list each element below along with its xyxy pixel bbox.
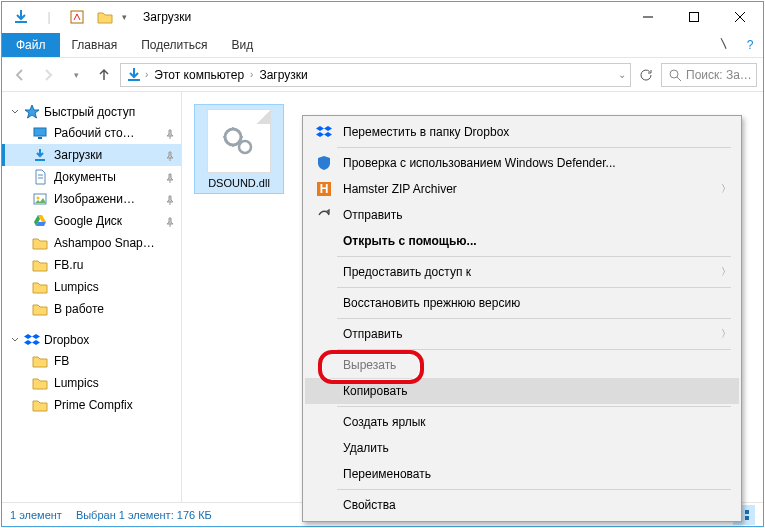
- minimize-button[interactable]: [625, 2, 671, 32]
- file-tab[interactable]: Файл: [2, 33, 60, 57]
- menu-item[interactable]: Отправить〉: [305, 321, 739, 347]
- menu-item[interactable]: HHamster ZIP Archiver〉: [305, 176, 739, 202]
- breadcrumb-segment[interactable]: Загрузки: [255, 68, 311, 82]
- sidebar-item-label: Ashampoo Snap…: [54, 236, 177, 250]
- menu-separator: [337, 287, 731, 288]
- share-icon: [313, 207, 335, 223]
- context-menu: Переместить в папку DropboxПроверка с ис…: [302, 115, 742, 522]
- folder-icon: [32, 235, 48, 251]
- sidebar-item-documents[interactable]: Документы: [2, 166, 181, 188]
- help-icon[interactable]: ?: [737, 38, 763, 52]
- titlebar: | ▾ Загрузки: [2, 2, 763, 32]
- qat-dropdown-icon[interactable]: ▾: [122, 12, 127, 22]
- pin-icon: [165, 150, 175, 160]
- svg-point-14: [225, 129, 241, 145]
- sidebar-item-downloads[interactable]: Загрузки: [2, 144, 181, 166]
- tab-home[interactable]: Главная: [60, 33, 130, 57]
- menu-separator: [337, 318, 731, 319]
- svg-rect-7: [34, 128, 46, 136]
- file-name: DSOUND.dll: [199, 177, 279, 189]
- sidebar-item-folder[interactable]: В работе: [2, 298, 181, 320]
- menu-item[interactable]: Создать ярлык: [305, 409, 739, 435]
- sidebar-item-folder[interactable]: Lumpics: [2, 276, 181, 298]
- menu-item[interactable]: Переименовать: [305, 461, 739, 487]
- menu-item[interactable]: Отправить: [305, 202, 739, 228]
- svg-text:H: H: [320, 182, 329, 196]
- svg-rect-28: [745, 516, 749, 520]
- sidebar-item-folder[interactable]: Ashampoo Snap…: [2, 232, 181, 254]
- refresh-button[interactable]: [635, 64, 657, 86]
- breadcrumb-segment[interactable]: Этот компьютер: [150, 68, 248, 82]
- search-input[interactable]: Поиск: За…: [661, 63, 757, 87]
- folder-qat-icon[interactable]: [94, 6, 116, 28]
- explorer-window: | ▾ Загрузки Файл Главная Поделиться Вид…: [1, 1, 764, 527]
- quick-access-header[interactable]: Быстрый доступ: [2, 102, 181, 122]
- pin-icon: [165, 216, 175, 226]
- menu-item[interactable]: Удалить: [305, 435, 739, 461]
- close-button[interactable]: [717, 2, 763, 32]
- address-bar[interactable]: › Этот компьютер › Загрузки ⌄: [120, 63, 631, 87]
- svg-rect-3: [690, 13, 699, 22]
- forward-button[interactable]: [36, 63, 60, 87]
- dropbox-icon: [24, 332, 40, 348]
- dropbox-header[interactable]: Dropbox: [2, 330, 181, 350]
- menu-item[interactable]: Открыть с помощью...: [305, 228, 739, 254]
- menu-item[interactable]: Восстановить прежнюю версию: [305, 290, 739, 316]
- menu-item[interactable]: Вырезать: [305, 352, 739, 378]
- recent-dropdown[interactable]: ▾: [64, 63, 88, 87]
- menu-item-label: Предоставить доступ к: [335, 265, 721, 279]
- chevron-right-icon: 〉: [721, 182, 731, 196]
- documents-icon: [32, 169, 48, 185]
- svg-rect-9: [35, 159, 45, 161]
- svg-rect-0: [15, 21, 27, 23]
- menu-item-label: Проверка с использованием Windows Defend…: [335, 156, 731, 170]
- window-title: Загрузки: [135, 10, 625, 24]
- ribbon-collapse-icon[interactable]: 〵: [711, 38, 737, 52]
- sidebar-item-desktop[interactable]: Рабочий сто…: [2, 122, 181, 144]
- svg-point-15: [239, 141, 251, 153]
- maximize-button[interactable]: [671, 2, 717, 32]
- menu-item-label: Копировать: [335, 384, 731, 398]
- menu-item[interactable]: Копировать: [305, 378, 739, 404]
- breadcrumb-chevron-icon[interactable]: ›: [145, 69, 148, 80]
- tab-view[interactable]: Вид: [219, 33, 265, 57]
- downloads-icon: [125, 66, 143, 84]
- chevron-right-icon: 〉: [721, 265, 731, 279]
- menu-item[interactable]: Проверка с использованием Windows Defend…: [305, 150, 739, 176]
- sidebar-item-folder[interactable]: FB.ru: [2, 254, 181, 276]
- address-dropdown-icon[interactable]: ⌄: [618, 69, 626, 80]
- svg-rect-26: [745, 510, 749, 514]
- menu-item[interactable]: Свойства: [305, 492, 739, 518]
- dropbox-icon: [313, 124, 335, 140]
- svg-rect-8: [38, 137, 42, 139]
- menu-separator: [337, 256, 731, 257]
- menu-item[interactable]: Предоставить доступ к〉: [305, 259, 739, 285]
- gdrive-icon: [32, 213, 48, 229]
- sidebar-item-folder[interactable]: Lumpics: [2, 372, 181, 394]
- sidebar-item-gdrive[interactable]: Google Диск: [2, 210, 181, 232]
- sidebar-item-folder[interactable]: Prime Compfix: [2, 394, 181, 416]
- sidebar-item-folder[interactable]: FB: [2, 350, 181, 372]
- dropbox-label: Dropbox: [44, 333, 89, 347]
- pin-icon: [165, 172, 175, 182]
- svg-rect-4: [128, 79, 140, 81]
- file-item[interactable]: DSOUND.dll: [194, 104, 284, 194]
- up-button[interactable]: [92, 63, 116, 87]
- menu-item-label: Отправить: [335, 327, 721, 341]
- svg-line-6: [677, 77, 681, 81]
- properties-qat-icon[interactable]: [66, 6, 88, 28]
- chevron-down-icon: [10, 335, 20, 345]
- tab-share[interactable]: Поделиться: [129, 33, 219, 57]
- pin-icon: [165, 194, 175, 204]
- menu-item[interactable]: Переместить в папку Dropbox: [305, 119, 739, 145]
- back-button[interactable]: [8, 63, 32, 87]
- defender-icon: [313, 155, 335, 171]
- sidebar-item-pictures[interactable]: Изображени…: [2, 188, 181, 210]
- sidebar-item-label: FB: [54, 354, 177, 368]
- pin-icon: [165, 128, 175, 138]
- sidebar-item-label: Загрузки: [54, 148, 159, 162]
- chevron-right-icon: 〉: [721, 327, 731, 341]
- search-icon: [668, 68, 682, 82]
- breadcrumb-chevron-icon[interactable]: ›: [250, 69, 253, 80]
- sidebar-item-label: Документы: [54, 170, 159, 184]
